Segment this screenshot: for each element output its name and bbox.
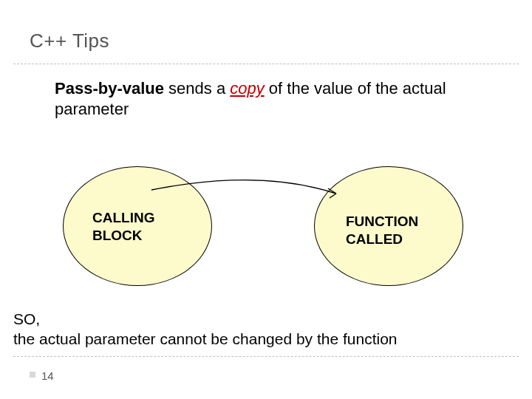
divider-bottom: [13, 356, 519, 357]
page-number: 14: [41, 369, 54, 382]
desc-emph: copy: [230, 79, 264, 98]
so-line2: the actual parameter cannot be changed b…: [13, 330, 398, 347]
function-called-label-line1: FUNCTION: [346, 214, 418, 229]
description-text: Pass-by-value sends a copy of the value …: [55, 78, 468, 119]
calling-block-label-line1: CALLING: [92, 210, 154, 225]
conclusion-text: SO, the actual parameter cannot be chang…: [13, 309, 398, 349]
divider-top: [13, 64, 519, 64]
desc-mid1: sends a: [164, 79, 230, 98]
function-called-label-line2: CALLED: [346, 231, 403, 247]
calling-block-label-line2: BLOCK: [92, 228, 143, 243]
slide-title: C++ Tips: [30, 30, 109, 52]
calling-block-label: CALLING BLOCK: [92, 209, 154, 245]
so-line1: SO,: [13, 310, 40, 327]
page-bullet-icon: [30, 372, 35, 378]
function-called-label: FUNCTION CALLED: [346, 213, 418, 248]
desc-strong: Pass-by-value: [55, 79, 164, 98]
